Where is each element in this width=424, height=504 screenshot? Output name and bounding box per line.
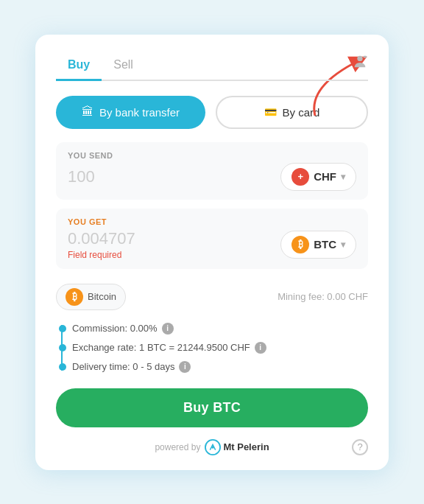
payment-methods: 🏛 By bank transfer 💳 By card xyxy=(56,96,368,129)
brand-name: Mt Pelerin xyxy=(223,441,269,452)
exchange-rate-text: Exchange rate: 1 BTC = 21244.9500 CHF xyxy=(72,342,250,353)
details-timeline: Commission: 0.00% i Exchange rate: 1 BTC… xyxy=(56,319,368,377)
powered-by-text: powered by xyxy=(155,442,200,452)
buy-button[interactable]: Buy BTC xyxy=(56,388,368,427)
footer: powered by Mt Pelerin ? xyxy=(56,439,368,455)
field-required: Field required xyxy=(68,250,135,260)
card-icon: 💳 xyxy=(264,106,277,118)
commission-text: Commission: 0.00% xyxy=(72,323,158,334)
mt-pelerin-logo: Mt Pelerin xyxy=(205,439,269,455)
widget-card: Buy Sell 🏛 By bank transfer 💳 By card YO… xyxy=(35,35,389,470)
coin-name: Bitcoin xyxy=(88,291,116,302)
send-row: 100 + CHF ▾ xyxy=(68,163,356,191)
send-value[interactable]: 100 xyxy=(68,167,95,186)
card-button[interactable]: 💳 By card xyxy=(216,96,368,129)
send-currency-chevron: ▾ xyxy=(341,172,345,182)
send-currency: CHF xyxy=(314,170,336,183)
card-label: By card xyxy=(283,106,320,119)
bitcoin-badge[interactable]: ₿ Bitcoin xyxy=(56,284,126,310)
get-value[interactable]: 0.004707 xyxy=(68,229,135,248)
btc-icon: ₿ xyxy=(292,236,309,253)
coin-left: ₿ Bitcoin xyxy=(56,284,126,310)
help-icon[interactable]: ? xyxy=(352,439,368,455)
bank-transfer-label: By bank transfer xyxy=(99,106,180,119)
get-section: YOU GET 0.004707 Field required ₿ BTC ▾ xyxy=(56,209,368,269)
tabs-container: Buy Sell xyxy=(56,52,368,81)
delivery-time-info-icon[interactable]: i xyxy=(179,361,191,373)
svg-point-0 xyxy=(357,55,362,60)
delivery-time-item: Delivery time: 0 - 5 days i xyxy=(72,357,368,377)
delivery-time-text: Delivery time: 0 - 5 days xyxy=(72,361,174,372)
commission-item: Commission: 0.00% i xyxy=(72,319,368,338)
get-currency-selector[interactable]: ₿ BTC ▾ xyxy=(280,231,356,259)
bank-icon: 🏛 xyxy=(82,105,93,119)
chf-icon: + xyxy=(292,168,309,186)
pelerin-icon xyxy=(205,439,221,455)
send-currency-selector[interactable]: + CHF ▾ xyxy=(280,163,356,191)
exchange-rate-info-icon[interactable]: i xyxy=(255,342,266,354)
send-section: YOU SEND 100 + CHF ▾ xyxy=(56,142,368,200)
mining-fee: Mining fee: 0.00 CHF xyxy=(278,291,368,302)
get-row: 0.004707 Field required ₿ BTC ▾ xyxy=(68,229,356,260)
bank-transfer-button[interactable]: 🏛 By bank transfer xyxy=(56,96,205,129)
user-icon[interactable] xyxy=(352,54,368,74)
get-currency-chevron: ▾ xyxy=(341,239,345,250)
svg-point-3 xyxy=(212,446,215,449)
tab-sell[interactable]: Sell xyxy=(102,52,145,81)
tab-buy[interactable]: Buy xyxy=(56,52,102,81)
exchange-rate-item: Exchange rate: 1 BTC = 21244.9500 CHF i xyxy=(72,338,368,357)
coin-info-row: ₿ Bitcoin Mining fee: 0.00 CHF xyxy=(56,278,368,313)
get-label: YOU GET xyxy=(68,217,356,226)
get-currency: BTC xyxy=(314,238,336,251)
svg-rect-1 xyxy=(364,55,367,57)
send-label: YOU SEND xyxy=(68,151,356,160)
bitcoin-btc-icon: ₿ xyxy=(66,288,83,306)
commission-info-icon[interactable]: i xyxy=(162,323,174,335)
